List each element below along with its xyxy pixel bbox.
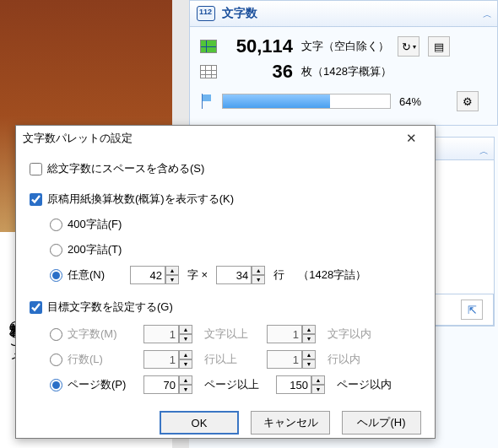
spin-up: ▲	[302, 325, 316, 334]
spin-down: ▼	[302, 334, 316, 343]
spin-up[interactable]: ▲	[165, 266, 179, 275]
genko-200-radio[interactable]	[50, 244, 62, 256]
lines-max-unit: 行以内	[327, 352, 373, 367]
spin-up: ▲	[179, 325, 192, 334]
spin-down: ▼	[179, 359, 192, 369]
genko-any-radio[interactable]	[50, 269, 62, 282]
target-pages-radio[interactable]	[50, 379, 62, 391]
charcount-icon	[197, 6, 215, 21]
help-button[interactable]: ヘルプ(H)	[342, 411, 421, 435]
genko-200-label: 200字詰(T)	[68, 242, 122, 257]
spin-down[interactable]: ▼	[165, 275, 179, 284]
genko-400-label: 400字詰(F)	[68, 217, 122, 232]
spin-up: ▲	[302, 350, 316, 359]
genko-cols-input[interactable]	[130, 266, 165, 284]
charcount-settings-dialog: 文字数パレットの設定 ✕ 総文字数にスペースを含める(S) 原稿用紙換算枚数(概…	[15, 125, 436, 439]
chars-min-unit: 文字以上	[204, 327, 250, 342]
chevron-up-icon: ︿	[479, 145, 489, 158]
page-count-value: 36	[225, 61, 293, 83]
spin-down: ▼	[179, 334, 192, 343]
chars-max-unit: 文字以内	[327, 327, 373, 342]
spin-down: ▼	[302, 359, 316, 369]
char-total-icon	[200, 40, 217, 53]
progress-bar	[222, 94, 391, 109]
spin-down[interactable]: ▼	[311, 385, 325, 394]
progress-percent: 64%	[399, 95, 421, 108]
charcount-title: 文字数	[222, 6, 257, 21]
rows-unit: 行	[273, 267, 284, 283]
show-genko-checkbox[interactable]	[30, 193, 42, 206]
include-spaces-label: 総文字数にスペースを含める(S)	[47, 161, 204, 176]
lines-max-input	[267, 350, 302, 369]
pages-max-unit: ページ以内	[337, 377, 392, 392]
chars-max-input	[267, 325, 302, 343]
genko-summary: （1428字詰）	[298, 267, 366, 283]
pages-max-input[interactable]	[276, 375, 311, 394]
cancel-button[interactable]: キャンセル	[251, 411, 330, 435]
dialog-title: 文字数パレットの設定	[23, 131, 133, 146]
char-total-unit: 文字（空白除く）	[301, 39, 389, 54]
charcount-body: 50,114 文字（空白除く） ↻▾ ▤ 36 枚（1428字概算） 64% ⚙	[189, 27, 498, 126]
page-count-unit: 枚（1428字概算）	[301, 64, 392, 79]
refresh-button[interactable]: ↻▾	[398, 36, 420, 57]
page-count-icon	[200, 65, 217, 78]
spin-down[interactable]: ▼	[252, 275, 265, 284]
set-target-label: 目標文字数を設定する(G)	[47, 300, 173, 315]
genko-400-radio[interactable]	[50, 219, 62, 231]
close-button[interactable]: ✕	[394, 131, 428, 146]
spin-down[interactable]: ▼	[179, 385, 192, 394]
target-lines-radio[interactable]	[50, 354, 62, 366]
char-total-value: 50,114	[225, 35, 293, 57]
target-chars-radio[interactable]	[50, 328, 62, 341]
chars-min-input	[143, 325, 179, 343]
flag-icon	[200, 94, 214, 109]
pages-min-unit: ページ以上	[204, 377, 259, 392]
cols-unit: 字 ×	[187, 267, 208, 283]
genko-rows-input[interactable]	[216, 266, 252, 284]
genko-any-label: 任意(N)	[68, 267, 122, 283]
settings-button[interactable]: ⚙	[457, 91, 479, 111]
doc-button[interactable]: ▤	[428, 36, 450, 57]
target-chars-label: 文字数(M)	[68, 327, 135, 342]
include-spaces-checkbox[interactable]	[30, 163, 42, 175]
spin-up[interactable]: ▲	[311, 375, 325, 385]
lines-min-input	[143, 350, 179, 369]
spin-up[interactable]: ▲	[179, 375, 192, 385]
target-pages-label: ページ数(P)	[68, 377, 135, 392]
charcount-accordion-header[interactable]: 文字数 ︿	[189, 0, 498, 27]
lines-min-unit: 行以上	[204, 352, 250, 367]
target-lines-label: 行数(L)	[68, 352, 135, 367]
show-genko-label: 原稿用紙換算枚数(概算)を表示する(K)	[47, 192, 234, 207]
spin-up: ▲	[179, 350, 192, 359]
expand-button[interactable]: ⇱	[461, 300, 483, 320]
pages-min-input[interactable]	[143, 375, 179, 394]
chevron-up-icon: ︿	[483, 8, 492, 21]
spin-up[interactable]: ▲	[252, 266, 265, 275]
set-target-checkbox[interactable]	[30, 301, 42, 314]
ok-button[interactable]: OK	[160, 411, 239, 435]
